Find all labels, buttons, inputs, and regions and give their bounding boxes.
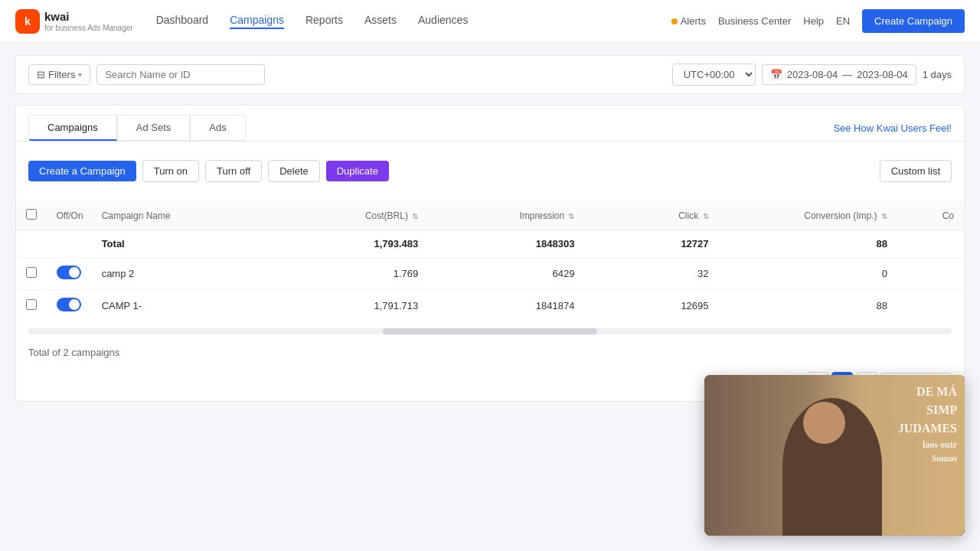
- date-range-picker[interactable]: 📅 2023-08-04 — 2023-08-04: [762, 64, 916, 85]
- date-section: UTC+00:00 📅 2023-08-04 — 2023-08-04 1 da…: [672, 64, 952, 86]
- toolbar: ⊟ Filters ▾ UTC+00:00 📅 2023-08-04 — 202…: [15, 55, 965, 94]
- calendar-icon: 📅: [770, 69, 782, 80]
- video-overlay: DE MÁ SIMP JUDAMES laos outr Somos: [704, 375, 965, 414]
- column-offon: Off/On: [47, 201, 93, 230]
- date-days-label: 1 days: [923, 69, 952, 80]
- nav-audiences[interactable]: Audiences: [418, 14, 468, 29]
- table-row: camp 2 1.769 6429 32 0: [17, 258, 964, 290]
- filter-label: Filters: [48, 69, 75, 80]
- nav-assets[interactable]: Assets: [364, 14, 397, 29]
- logo-icon: k: [15, 9, 40, 34]
- delete-button[interactable]: Delete: [268, 160, 320, 182]
- help-item[interactable]: Help: [803, 15, 824, 27]
- column-click: Click ⇅: [583, 201, 717, 230]
- filter-button[interactable]: ⊟ Filters ▾: [28, 64, 90, 85]
- table-row: CAMP 1- 1,791.713 1841874 12695 88: [17, 290, 964, 322]
- row2-toggle[interactable]: [57, 298, 81, 311]
- content-area: Campaigns Ad Sets Ads See How Kwai Users…: [15, 105, 965, 402]
- business-center-item[interactable]: Business Center: [718, 15, 791, 27]
- help-label: Help: [803, 15, 824, 27]
- nav-dashboard[interactable]: Dashboard: [156, 14, 209, 29]
- nav-right-items: Alerts Business Center Help EN Create Ca…: [671, 9, 965, 33]
- top-navigation: k kwai for business Ads Manager Dashboar…: [0, 0, 980, 43]
- row1-name: camp 2: [93, 258, 271, 290]
- row2-checkbox[interactable]: [26, 299, 37, 310]
- row1-toggle[interactable]: [57, 266, 81, 279]
- total-impression: 1848303: [427, 230, 583, 258]
- row2-name: CAMP 1-: [93, 290, 271, 322]
- click-sort-icon[interactable]: ⇅: [703, 212, 709, 220]
- nav-campaigns[interactable]: Campaigns: [230, 14, 284, 29]
- row2-click: 12695: [583, 290, 717, 322]
- filter-chevron-icon: ▾: [78, 70, 82, 79]
- total-campaigns-label: Total of 2 campaigns: [28, 347, 119, 358]
- campaigns-table: Off/On Campaign Name Cost(BRL) ⇅ Impress…: [16, 201, 964, 322]
- row1-impression: 6429: [427, 258, 583, 290]
- column-cost: Cost(BRL) ⇅: [271, 201, 427, 230]
- column-conversion: Conversion (Imp.) ⇅: [718, 201, 897, 230]
- tabs-row: Campaigns Ad Sets Ads See How Kwai Users…: [16, 106, 964, 142]
- row2-impression: 1841874: [427, 290, 583, 322]
- turn-off-button[interactable]: Turn off: [205, 160, 262, 182]
- row1-click: 32: [583, 258, 717, 290]
- select-all-checkbox[interactable]: [26, 209, 37, 220]
- row2-conversion: 88: [718, 290, 897, 322]
- timezone-select[interactable]: UTC+00:00: [672, 64, 756, 86]
- tab-group: Campaigns Ad Sets Ads: [28, 115, 246, 141]
- main-nav: Dashboard Campaigns Reports Assets Audie…: [156, 14, 671, 29]
- nav-reports[interactable]: Reports: [305, 14, 343, 29]
- business-center-label: Business Center: [718, 15, 791, 27]
- horizontal-scrollbar-track: [28, 328, 952, 334]
- total-conversion: 88: [718, 230, 897, 258]
- alerts-label: Alerts: [681, 15, 706, 27]
- column-impression: Impression ⇅: [427, 201, 583, 230]
- video-text-overlay: DE MÁ SIMP JUDAMES laos outr Somos: [898, 383, 957, 414]
- date-end: 2023-08-04: [857, 69, 908, 80]
- search-input[interactable]: [96, 64, 265, 85]
- tab-ads[interactable]: Ads: [190, 115, 245, 141]
- filter-icon: ⊟: [37, 69, 45, 80]
- logo-text: kwai for business Ads Manager: [44, 10, 133, 33]
- total-click: 12727: [583, 230, 717, 258]
- table-footer: Total of 2 campaigns: [16, 341, 964, 364]
- custom-list-button[interactable]: Custom list: [880, 160, 952, 182]
- tab-campaigns[interactable]: Campaigns: [28, 115, 117, 141]
- see-how-link[interactable]: See How Kwai Users Feel!: [833, 122, 952, 134]
- row1-conversion: 0: [718, 258, 897, 290]
- row1-cost: 1.769: [271, 258, 427, 290]
- alerts-item[interactable]: Alerts: [671, 15, 706, 27]
- turn-on-button[interactable]: Turn on: [142, 160, 199, 182]
- language-label: EN: [836, 15, 850, 27]
- scroll-track: [16, 322, 964, 341]
- video-background: DE MÁ SIMP JUDAMES laos outr Somos: [704, 375, 965, 414]
- main-content: ⊟ Filters ▾ UTC+00:00 📅 2023-08-04 — 202…: [0, 43, 980, 414]
- total-cost: 1,793.483: [271, 230, 427, 258]
- create-campaign-button[interactable]: Create Campaign: [862, 9, 965, 33]
- impression-sort-icon[interactable]: ⇅: [568, 212, 574, 220]
- logo-subtitle: for business Ads Manager: [44, 24, 133, 33]
- alerts-dot: [671, 18, 678, 24]
- horizontal-scrollbar-thumb[interactable]: [383, 328, 597, 334]
- date-start: 2023-08-04: [787, 69, 838, 80]
- language-item[interactable]: EN: [836, 15, 850, 27]
- column-co: Co: [897, 201, 964, 230]
- action-buttons: Create a Campaign Turn on Turn off Delet…: [16, 151, 964, 191]
- row1-checkbox[interactable]: [26, 267, 37, 278]
- conversion-sort-icon[interactable]: ⇅: [881, 212, 887, 220]
- logo: k kwai for business Ads Manager: [15, 9, 133, 34]
- cost-sort-icon[interactable]: ⇅: [412, 212, 418, 220]
- column-checkbox: [17, 201, 47, 230]
- table-total-row: Total 1,793.483 1848303 12727 88: [17, 230, 964, 258]
- duplicate-button[interactable]: Duplicate: [326, 161, 389, 181]
- total-label: Total: [93, 230, 271, 258]
- tab-ad-sets[interactable]: Ad Sets: [117, 115, 191, 141]
- create-campaign-action-button[interactable]: Create a Campaign: [28, 161, 136, 181]
- campaigns-table-container: Off/On Campaign Name Cost(BRL) ⇅ Impress…: [16, 201, 964, 341]
- row2-cost: 1,791.713: [271, 290, 427, 322]
- column-campaign-name: Campaign Name: [93, 201, 271, 230]
- logo-kwai: kwai: [44, 10, 133, 24]
